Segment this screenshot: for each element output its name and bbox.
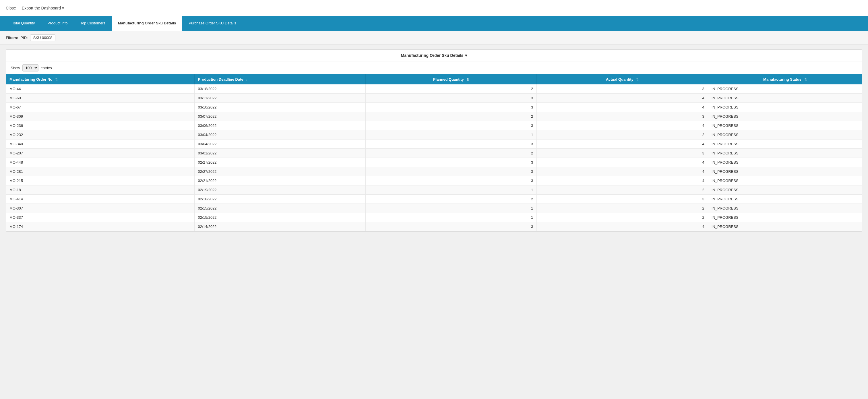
cell-actual: 2 [537,204,708,213]
sort-icon-planned: ⇅ [466,78,469,82]
cell-order: MO-281 [6,167,194,176]
cell-status: IN_PROGRESS [708,149,862,158]
col-header-actual[interactable]: Actual Quantity ⇅ [537,74,708,84]
table-title-arrow-icon[interactable]: ▾ [465,53,467,58]
sort-icon-actual: ⇅ [636,78,639,82]
col-header-planned[interactable]: Planned Quantity ⇅ [365,74,536,84]
cell-status: IN_PROGRESS [708,130,862,140]
cell-status: IN_PROGRESS [708,158,862,167]
cell-date: 03/18/2022 [194,84,365,94]
tab-top-customers[interactable]: Top Customers [74,16,112,31]
tab-total-quantity[interactable]: Total Quantity [6,16,41,31]
cell-order: MO-69 [6,94,194,103]
table-row: MO-18 02/19/2022 1 2 IN_PROGRESS [6,185,862,195]
cell-order: MO-309 [6,112,194,121]
cell-date: 02/27/2022 [194,167,365,176]
table-row: MO-215 02/21/2022 3 4 IN_PROGRESS [6,176,862,185]
col-header-status[interactable]: Manufacturing Status ⇅ [708,74,862,84]
col-date-label: Production Deadline Date [198,77,243,82]
sort-icon-date: ↓ [246,78,248,81]
col-actual-label: Actual Quantity [606,77,633,82]
cell-actual: 4 [537,103,708,112]
cell-planned: 3 [365,176,536,185]
entries-label: entries [41,66,52,70]
export-label: Export the Dashboard [22,6,61,10]
table-title-text: Manufacturing Order Sku Details [401,53,464,58]
cell-status: IN_PROGRESS [708,185,862,195]
close-button[interactable]: Close [6,6,16,10]
cell-order: MO-236 [6,121,194,130]
cell-date: 02/15/2022 [194,204,365,213]
cell-planned: 3 [365,103,536,112]
cell-order: MO-207 [6,149,194,158]
table-row: MO-67 03/10/2022 3 4 IN_PROGRESS [6,103,862,112]
manufacturing-orders-table: Manufacturing Order No ⇅ Production Dead… [6,74,862,232]
cell-order: MO-340 [6,140,194,149]
cell-date: 02/27/2022 [194,158,365,167]
cell-order: MO-44 [6,84,194,94]
cell-date: 02/18/2022 [194,195,365,204]
cell-actual: 3 [537,195,708,204]
cell-date: 03/07/2022 [194,112,365,121]
cell-actual: 3 [537,84,708,94]
tab-product-info[interactable]: Product Info [41,16,74,31]
cell-order: MO-414 [6,195,194,204]
cell-planned: 3 [365,140,536,149]
cell-planned: 3 [365,94,536,103]
cell-planned: 1 [365,204,536,213]
table-row: MO-174 02/14/2022 3 4 IN_PROGRESS [6,222,862,232]
export-arrow-icon: ▾ [62,6,64,10]
cell-order: MO-174 [6,222,194,232]
export-dashboard-button[interactable]: Export the Dashboard ▾ [22,6,64,10]
cell-status: IN_PROGRESS [708,167,862,176]
table-header-row: Manufacturing Order No ⇅ Production Dead… [6,74,862,84]
cell-actual: 4 [537,176,708,185]
top-bar: Close Export the Dashboard ▾ [0,0,868,16]
cell-actual: 4 [537,140,708,149]
cell-actual: 2 [537,185,708,195]
tab-purchase-order-sku[interactable]: Purchase Order SKU Details [182,16,242,31]
tab-manufacturing-order-sku[interactable]: Manufacturing Order Sku Details [112,16,182,31]
nav-tabs: Total Quantity Product Info Top Customer… [0,16,868,31]
cell-planned: 3 [365,167,536,176]
cell-order: MO-337 [6,213,194,222]
main-content: Manufacturing Order Sku Details ▾ Show 1… [0,45,868,236]
col-order-label: Manufacturing Order No [9,77,53,82]
pid-label: PID: [20,36,28,40]
table-row: MO-281 02/27/2022 3 4 IN_PROGRESS [6,167,862,176]
cell-actual: 4 [537,94,708,103]
cell-planned: 2 [365,195,536,204]
cell-planned: 1 [365,185,536,195]
filters-label: Filters: [6,36,18,40]
show-entries-select[interactable]: 100 25 50 [22,64,38,71]
cell-planned: 2 [365,84,536,94]
cell-status: IN_PROGRESS [708,121,862,130]
col-header-order[interactable]: Manufacturing Order No ⇅ [6,74,194,84]
cell-actual: 4 [537,121,708,130]
cell-date: 03/06/2022 [194,121,365,130]
cell-actual: 4 [537,222,708,232]
table-title: Manufacturing Order Sku Details ▾ [6,50,862,61]
cell-order: MO-18 [6,185,194,195]
cell-date: 02/14/2022 [194,222,365,232]
cell-actual: 2 [537,130,708,140]
cell-status: IN_PROGRESS [708,195,862,204]
cell-date: 03/11/2022 [194,94,365,103]
table-row: MO-69 03/11/2022 3 4 IN_PROGRESS [6,94,862,103]
cell-status: IN_PROGRESS [708,112,862,121]
cell-status: IN_PROGRESS [708,176,862,185]
col-status-label: Manufacturing Status [763,77,801,82]
col-header-date[interactable]: Production Deadline Date ↓ [194,74,365,84]
table-controls: Show 100 25 50 entries [6,61,862,74]
cell-date: 03/04/2022 [194,130,365,140]
cell-planned: 3 [365,121,536,130]
table-row: MO-309 03/07/2022 2 3 IN_PROGRESS [6,112,862,121]
cell-date: 02/21/2022 [194,176,365,185]
cell-status: IN_PROGRESS [708,204,862,213]
cell-date: 03/10/2022 [194,103,365,112]
cell-planned: 3 [365,222,536,232]
show-label: Show [11,66,20,70]
cell-planned: 3 [365,158,536,167]
cell-actual: 3 [537,112,708,121]
cell-date: 02/15/2022 [194,213,365,222]
